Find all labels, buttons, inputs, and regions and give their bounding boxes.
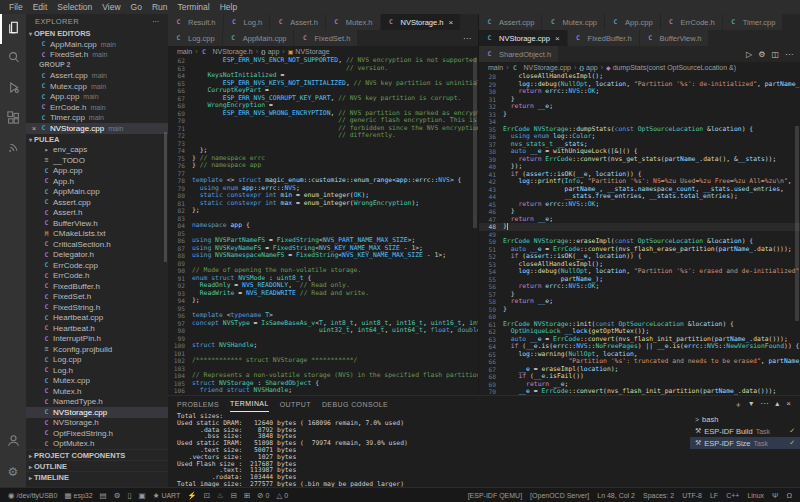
tree-item[interactable]: CFixedString.h xyxy=(26,302,168,313)
breadcrumb-item[interactable]: CNVStorage.h xyxy=(201,48,253,56)
activity-settings[interactable]: ⚙ xyxy=(0,457,26,487)
status-debug[interactable]: ♨ xyxy=(217,491,224,500)
code-editor[interactable]: 62 ESP_ERR_NVS_ENCR_NOT_SUPPORTED, // NV… xyxy=(168,57,478,395)
tab-log-h[interactable]: CLog.h xyxy=(224,14,271,30)
breadcrumb-item[interactable]: main xyxy=(488,64,503,71)
status-openocd-badge[interactable]: [OpenOCD Server] xyxy=(530,491,589,500)
status-feedback[interactable]: Ψ xyxy=(772,491,778,500)
tree-item[interactable]: CErrCode.h xyxy=(26,271,168,282)
tree-item[interactable]: CNVStorage.h xyxy=(26,418,168,429)
tree-item[interactable]: CLog.cpp xyxy=(26,355,168,366)
breadcrumb-item[interactable]: {}app xyxy=(261,48,279,55)
more-actions-icon[interactable]: ⋯ xyxy=(760,399,768,410)
tree-item[interactable]: CHeartbeat.h xyxy=(26,323,168,334)
activity-espressif[interactable] xyxy=(0,134,26,164)
section-outline[interactable]: ▸OUTLINE xyxy=(26,460,168,471)
tree-item[interactable]: CMutex.h xyxy=(26,386,168,397)
breadcrumb-item[interactable]: ▣NVStorage xyxy=(288,48,330,55)
status-flash-method[interactable]: ▤ xyxy=(100,491,107,500)
split-editor-icon[interactable]: ◫ xyxy=(771,50,779,59)
dropdown-icon[interactable]: ▾ xyxy=(749,399,753,410)
status-warnings[interactable]: △0 xyxy=(277,491,289,500)
panel-tab-debug-console[interactable]: DEBUG CONSOLE xyxy=(322,397,388,412)
new-terminal-icon[interactable]: ＋ xyxy=(734,399,742,410)
tree-item[interactable]: CErrCode.cpp xyxy=(26,260,168,271)
panel-tab-output[interactable]: OUTPUT xyxy=(280,397,311,412)
menu-help[interactable]: Help xyxy=(215,0,242,14)
more-actions-icon[interactable]: ⋯ xyxy=(152,17,160,26)
section-open-editors[interactable]: ▾OPEN EDITORS xyxy=(26,28,168,39)
section-project-components[interactable]: ▸PROJECT COMPONENTS xyxy=(26,449,168,460)
menu-edit[interactable]: Edit xyxy=(28,0,53,14)
tree-item[interactable]: ≡__TODO xyxy=(26,155,168,166)
run-icon[interactable]: ▷ xyxy=(746,50,752,59)
section-timeline[interactable]: ▸TIMELINE xyxy=(26,471,168,482)
tree-item[interactable]: CLog.h xyxy=(26,365,168,376)
open-editor-item[interactable]: CAppMain.cppmain xyxy=(26,39,168,50)
panel-tab-terminal[interactable]: TERMINAL xyxy=(230,396,269,412)
menu-file[interactable]: File xyxy=(4,0,28,14)
tab-fixedset-h[interactable]: CFixedSet.h xyxy=(294,30,358,46)
close-panel-icon[interactable]: × xyxy=(786,399,791,410)
tree-item[interactable]: CNVStorage.cpp xyxy=(26,407,168,418)
tree-item[interactable]: CHeartbeat.cpp xyxy=(26,313,168,324)
tab-assert-h[interactable]: CAssert.h xyxy=(270,14,326,30)
more-actions-icon[interactable]: ⋯ xyxy=(785,50,793,59)
open-editor-item[interactable]: CTimer.cppmain xyxy=(26,113,168,124)
activity-accounts[interactable] xyxy=(0,427,26,457)
breadcrumb-item[interactable]: CNVStorage.cpp xyxy=(512,64,571,72)
tree-item[interactable]: CApp.cpp xyxy=(26,166,168,177)
activity-extensions[interactable] xyxy=(0,104,26,134)
tab-log-cpp[interactable]: CLog.cpp xyxy=(168,30,223,46)
status-qemu[interactable]: ⊟ xyxy=(231,491,237,500)
activity-explorer[interactable] xyxy=(0,14,26,44)
tree-item[interactable]: CMutex.cpp xyxy=(26,376,168,387)
status-qemu-badge[interactable]: [ESP-IDF QEMU] xyxy=(468,491,522,500)
tree-item[interactable]: CApp.h xyxy=(26,176,168,187)
code-editor[interactable]: 28 closeAllHandlesImpl();29 log::debug(N… xyxy=(479,73,800,395)
terminal-list-item[interactable]: ⚒ESP-IDF SizeTask✓ xyxy=(690,437,800,449)
tab-nvstorage-h[interactable]: CNVStorage.h× xyxy=(381,14,462,30)
status-extra[interactable]: ⊞ xyxy=(244,491,250,500)
section-folder[interactable]: ▾PULEA xyxy=(26,134,168,145)
sidebar-scrollbar[interactable] xyxy=(164,132,167,262)
status-encoding[interactable]: UTF-8 xyxy=(682,491,702,500)
status-idf-settings[interactable]: ⚙ xyxy=(114,491,121,500)
tab-bufferview-h[interactable]: CBufferView.h xyxy=(640,30,710,46)
status-platform[interactable]: Linux xyxy=(747,491,764,500)
status-language-mode[interactable]: C++ xyxy=(726,491,739,500)
tree-item[interactable]: CFixedBuffer.h xyxy=(26,281,168,292)
status-serial-port[interactable]: ◉/dev/ttyUSB0 xyxy=(8,491,57,500)
tab-app-cpp[interactable]: CApp.cpp xyxy=(605,14,661,30)
open-editor-item[interactable]: CFixedSet.hmain xyxy=(26,50,168,61)
tree-item[interactable]: ▸env_caps xyxy=(26,145,168,156)
more-actions-icon[interactable]: ⋯ xyxy=(463,34,471,43)
tree-item[interactable]: COptFixedString.h xyxy=(26,428,168,439)
status-device-target[interactable]: ▦esp32 xyxy=(64,491,92,500)
gear-icon[interactable]: ⚙ xyxy=(758,50,765,59)
tab-mutex-h[interactable]: CMutex.h xyxy=(326,14,381,30)
status-errors[interactable]: ⊘0 xyxy=(257,491,269,500)
open-editor-item[interactable]: CAssert.cppmain xyxy=(26,71,168,82)
editor-scrollbar[interactable] xyxy=(473,58,477,228)
tree-item[interactable]: ≡Kconfig.projbuild xyxy=(26,344,168,355)
open-editor-item[interactable]: ×CNVStorage.cppmain xyxy=(26,123,168,134)
tab-sharedobject-h[interactable]: CSharedObject.h xyxy=(479,46,559,62)
open-editor-item[interactable]: CErrCode.hmain xyxy=(26,102,168,113)
tree-item[interactable]: CAssert.cpp xyxy=(26,197,168,208)
menu-view[interactable]: View xyxy=(97,0,125,14)
close-icon[interactable]: × xyxy=(555,34,560,43)
tab-timer-cpp[interactable]: CTimer.cpp xyxy=(723,14,784,30)
panel-tab-problems[interactable]: PROBLEMS xyxy=(177,397,219,412)
tree-item[interactable]: CNamedType.h xyxy=(26,397,168,408)
tab-result-h[interactable]: CResult.h xyxy=(168,14,224,30)
tab-nvstorage-cpp[interactable]: CNVStorage.cpp× xyxy=(479,30,568,46)
open-editor-item[interactable]: CApp.cppmain xyxy=(26,92,168,103)
terminal-list-item[interactable]: >bash xyxy=(690,413,800,425)
status-indentation[interactable]: Spaces: 2 xyxy=(643,491,674,500)
status-flash-uart[interactable]: ★UART xyxy=(153,491,181,500)
activity-search[interactable] xyxy=(0,44,26,74)
tree-item[interactable]: CAssert.h xyxy=(26,208,168,219)
maximize-panel-icon[interactable]: ▴ xyxy=(775,399,779,410)
menu-run[interactable]: Run xyxy=(147,0,173,14)
